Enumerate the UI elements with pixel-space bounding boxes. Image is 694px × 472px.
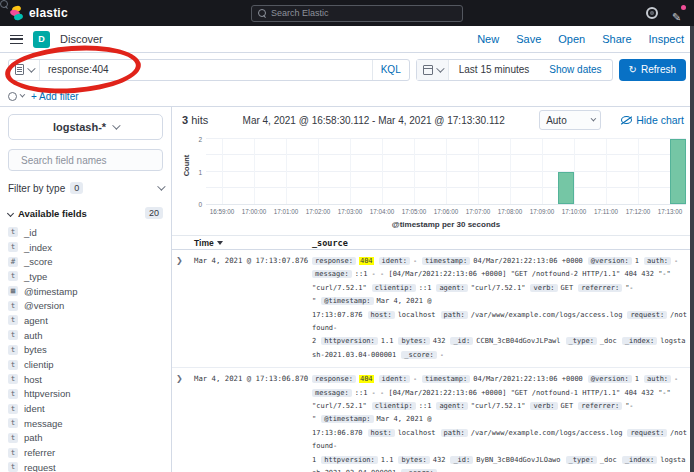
source-field-badge: agent: [436,284,467,292]
elastic-brand[interactable]: elastic [10,6,68,20]
field-item-path[interactable]: tpath [8,431,163,446]
field-search-input[interactable] [21,155,155,166]
source-field-badge: agent: [436,402,467,410]
x-tick-label: 17:09:00 [530,208,555,215]
filter-by-type[interactable]: Filter by type 0 [8,178,163,198]
source-field-badge: bytes: [398,456,429,464]
refresh-icon: ↻ [629,65,637,75]
expand-row-icon[interactable]: ❯ [176,373,194,472]
newsfeed-icon[interactable] [672,7,684,19]
save-button[interactable]: Save [516,33,541,45]
nav-actions: New Save Open Share Inspect [477,33,684,45]
gridline [574,139,575,204]
field-item-@version[interactable]: t@version [8,298,163,313]
filter-settings-menu[interactable] [8,92,23,101]
histogram-bar[interactable] [670,139,686,204]
field-name: bytes [24,344,47,355]
query-input-box[interactable]: response:404 KQL [8,59,410,81]
field-type-icon: ▦ [8,286,18,296]
x-tick-label: 17:06:00 [434,208,459,215]
global-search-input[interactable] [271,8,456,18]
field-item-request[interactable]: trequest [8,460,163,472]
refresh-button[interactable]: ↻ Refresh [619,59,686,81]
gridline [542,139,543,204]
field-item-_id[interactable]: t_id [8,225,163,240]
field-item-host[interactable]: thost [8,372,163,387]
field-type-icon: t [8,227,18,237]
gridline [446,139,447,204]
field-item-@timestamp[interactable]: ▦@timestamp [8,284,163,299]
time-column-header[interactable]: Time [194,238,312,248]
query-input[interactable]: response:404 [40,64,372,75]
date-picker: Last 15 minutes Show dates [416,59,613,81]
field-name: agent [24,315,48,326]
field-item-bytes[interactable]: tbytes [8,343,163,358]
field-item-_index[interactable]: t_index [8,240,163,255]
source-field-badge: response: [312,375,356,383]
histogram-bar[interactable] [558,172,574,205]
menu-icon[interactable] [10,35,23,44]
source-field-badge: timestamp: [422,375,470,383]
doc-table: Time _source ❯Mar 4, 2021 @ 17:13:07.876… [172,235,694,472]
add-filter-button[interactable]: + Add filter [31,91,79,102]
source-value: 1 [635,375,639,383]
source-value: GET [561,284,574,292]
field-item-_score[interactable]: #_score [8,254,163,269]
expand-row-icon[interactable]: ❯ [176,255,194,362]
source-field-badge: ident: [379,257,410,265]
chevron-down-icon [27,64,35,72]
new-button[interactable]: New [477,33,499,45]
quick-select-menu[interactable] [417,60,449,80]
field-item-_type[interactable]: t_type [8,269,163,284]
interval-select[interactable]: Auto [539,110,601,130]
field-item-ident[interactable]: tident [8,401,163,416]
time-range-button[interactable]: Last 15 minutes [449,64,540,75]
hide-chart-button[interactable]: Hide chart [621,114,684,126]
global-search[interactable] [251,5,463,22]
field-search-box[interactable] [8,149,163,171]
app-title: Discover [60,33,103,45]
field-name: _type [24,271,47,282]
gridline [510,139,511,204]
field-item-clientip[interactable]: tclientip [8,357,163,372]
source-field-badge: _index: [622,337,658,345]
source-field-badge: host: [368,311,395,319]
query-language-button[interactable]: KQL [372,60,409,80]
field-name: path [24,432,43,443]
index-pattern-selector[interactable]: logstash-* [8,114,163,140]
scrollbar[interactable] [690,26,694,472]
field-item-message[interactable]: tmessage [8,416,163,431]
source-field-badge: path: [441,311,468,319]
discover-app-badge[interactable]: D [33,31,50,48]
source-field-badge: httpversion: [321,456,378,464]
field-type-icon: t [8,301,18,311]
inspect-button[interactable]: Inspect [649,33,684,45]
source-value: _doc [600,337,617,345]
available-fields-label: Available fields [18,208,87,219]
chart-plot-area[interactable]: 012 [206,139,686,205]
source-value: - [674,375,678,383]
available-fields-header[interactable]: Available fields 20 [8,207,163,219]
share-button[interactable]: Share [602,33,631,45]
row-timestamp: Mar 4, 2021 @ 17:13:06.870 [194,373,312,472]
gridline [414,139,415,204]
help-icon[interactable] [646,7,658,19]
source-field-badge: message: [312,270,352,278]
gridline [638,139,639,204]
source-field-badge: host: [368,429,395,437]
field-item-agent[interactable]: tagent [8,313,163,328]
gridline [286,139,287,204]
source-value-highlighted: 404 [359,375,374,383]
hits-count: 3 hits [182,114,208,126]
saved-query-menu[interactable] [9,60,40,80]
source-value: CCBN_3cB04dGovJLPawl [476,337,560,345]
filter-settings-icon [8,92,17,101]
show-dates-button[interactable]: Show dates [539,64,611,75]
field-item-referrer[interactable]: treferrer [8,445,163,460]
source-field-badge: ident: [379,375,410,383]
field-item-auth[interactable]: tauth [8,328,163,343]
field-item-httpversion[interactable]: thttpversion [8,387,163,402]
open-button[interactable]: Open [558,33,585,45]
source-value: - [413,257,417,265]
refresh-label: Refresh [641,64,676,75]
